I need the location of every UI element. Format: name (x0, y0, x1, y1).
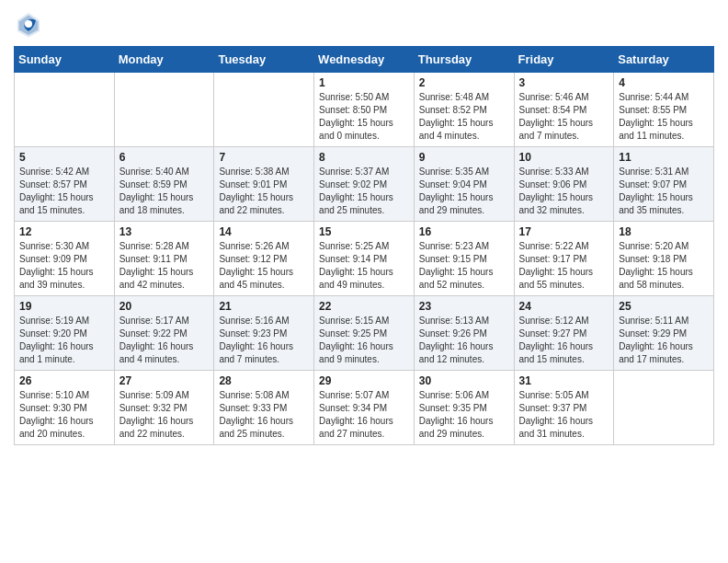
logo-icon (14, 9, 43, 39)
day-number: 18 (619, 225, 709, 238)
day-info: Sunrise: 5:10 AM Sunset: 9:30 PM Dayligh… (19, 389, 109, 441)
day-cell: 16Sunrise: 5:23 AM Sunset: 9:15 PM Dayli… (414, 222, 514, 296)
day-cell: 12Sunrise: 5:30 AM Sunset: 9:09 PM Dayli… (15, 222, 115, 296)
weekday-header-wednesday: Wednesday (314, 47, 415, 73)
day-info: Sunrise: 5:07 AM Sunset: 9:34 PM Dayligh… (319, 389, 409, 441)
day-number: 20 (119, 300, 210, 313)
day-cell: 24Sunrise: 5:12 AM Sunset: 9:27 PM Dayli… (514, 296, 614, 371)
day-number: 4 (619, 76, 709, 89)
day-number: 23 (419, 300, 509, 313)
day-cell (614, 371, 714, 445)
day-cell: 18Sunrise: 5:20 AM Sunset: 9:18 PM Dayli… (614, 222, 714, 296)
day-info: Sunrise: 5:30 AM Sunset: 9:09 PM Dayligh… (19, 240, 109, 292)
day-info: Sunrise: 5:17 AM Sunset: 9:22 PM Dayligh… (119, 315, 210, 366)
weekday-header-sunday: Sunday (15, 47, 115, 73)
day-info: Sunrise: 5:44 AM Sunset: 8:55 PM Dayligh… (619, 91, 709, 143)
day-info: Sunrise: 5:25 AM Sunset: 9:14 PM Dayligh… (319, 240, 409, 292)
weekday-header-thursday: Thursday (414, 47, 514, 73)
day-cell: 19Sunrise: 5:19 AM Sunset: 9:20 PM Dayli… (15, 296, 115, 371)
week-row-1: 1Sunrise: 5:50 AM Sunset: 8:50 PM Daylig… (15, 73, 714, 147)
day-number: 13 (119, 225, 210, 238)
day-cell: 6Sunrise: 5:40 AM Sunset: 8:59 PM Daylig… (114, 147, 214, 222)
week-row-2: 5Sunrise: 5:42 AM Sunset: 8:57 PM Daylig… (15, 147, 714, 222)
day-info: Sunrise: 5:15 AM Sunset: 9:25 PM Dayligh… (319, 315, 409, 366)
weekday-header-row: SundayMondayTuesdayWednesdayThursdayFrid… (15, 47, 714, 73)
day-cell: 29Sunrise: 5:07 AM Sunset: 9:34 PM Dayli… (314, 371, 415, 445)
day-info: Sunrise: 5:37 AM Sunset: 9:02 PM Dayligh… (319, 166, 409, 217)
day-cell: 7Sunrise: 5:38 AM Sunset: 9:01 PM Daylig… (214, 147, 314, 222)
day-info: Sunrise: 5:13 AM Sunset: 9:26 PM Dayligh… (419, 315, 509, 366)
day-cell: 2Sunrise: 5:48 AM Sunset: 8:52 PM Daylig… (414, 73, 514, 147)
day-cell: 23Sunrise: 5:13 AM Sunset: 9:26 PM Dayli… (414, 296, 514, 371)
day-cell (114, 73, 214, 147)
day-cell: 30Sunrise: 5:06 AM Sunset: 9:35 PM Dayli… (414, 371, 514, 445)
day-info: Sunrise: 5:08 AM Sunset: 9:33 PM Dayligh… (219, 389, 309, 441)
weekday-header-monday: Monday (114, 47, 214, 73)
day-number: 22 (319, 300, 409, 313)
day-info: Sunrise: 5:20 AM Sunset: 9:18 PM Dayligh… (619, 240, 709, 292)
day-info: Sunrise: 5:28 AM Sunset: 9:11 PM Dayligh… (119, 240, 210, 292)
header (14, 9, 714, 39)
day-cell: 27Sunrise: 5:09 AM Sunset: 9:32 PM Dayli… (114, 371, 214, 445)
day-number: 29 (319, 374, 409, 387)
day-number: 14 (219, 225, 309, 238)
day-info: Sunrise: 5:42 AM Sunset: 8:57 PM Dayligh… (19, 166, 109, 217)
day-info: Sunrise: 5:06 AM Sunset: 9:35 PM Dayligh… (419, 389, 509, 441)
day-cell: 21Sunrise: 5:16 AM Sunset: 9:23 PM Dayli… (214, 296, 314, 371)
day-number: 1 (319, 76, 409, 89)
day-info: Sunrise: 5:33 AM Sunset: 9:06 PM Dayligh… (519, 166, 609, 217)
week-row-5: 26Sunrise: 5:10 AM Sunset: 9:30 PM Dayli… (15, 371, 714, 445)
day-info: Sunrise: 5:05 AM Sunset: 9:37 PM Dayligh… (519, 389, 609, 441)
day-number: 6 (119, 151, 210, 164)
day-cell: 14Sunrise: 5:26 AM Sunset: 9:12 PM Dayli… (214, 222, 314, 296)
day-info: Sunrise: 5:38 AM Sunset: 9:01 PM Dayligh… (219, 166, 309, 217)
day-info: Sunrise: 5:23 AM Sunset: 9:15 PM Dayligh… (419, 240, 509, 292)
day-info: Sunrise: 5:26 AM Sunset: 9:12 PM Dayligh… (219, 240, 309, 292)
day-number: 26 (19, 374, 109, 387)
day-number: 3 (519, 76, 609, 89)
day-cell: 4Sunrise: 5:44 AM Sunset: 8:55 PM Daylig… (614, 73, 714, 147)
weekday-header-friday: Friday (514, 47, 614, 73)
day-cell: 11Sunrise: 5:31 AM Sunset: 9:07 PM Dayli… (614, 147, 714, 222)
calendar: SundayMondayTuesdayWednesdayThursdayFrid… (14, 46, 714, 445)
weekday-header-tuesday: Tuesday (214, 47, 314, 73)
day-cell: 13Sunrise: 5:28 AM Sunset: 9:11 PM Dayli… (114, 222, 214, 296)
week-row-4: 19Sunrise: 5:19 AM Sunset: 9:20 PM Dayli… (15, 296, 714, 371)
day-cell: 5Sunrise: 5:42 AM Sunset: 8:57 PM Daylig… (15, 147, 115, 222)
day-cell: 22Sunrise: 5:15 AM Sunset: 9:25 PM Dayli… (314, 296, 415, 371)
day-info: Sunrise: 5:48 AM Sunset: 8:52 PM Dayligh… (419, 91, 509, 143)
day-number: 31 (519, 374, 609, 387)
day-cell: 31Sunrise: 5:05 AM Sunset: 9:37 PM Dayli… (514, 371, 614, 445)
day-number: 2 (419, 76, 509, 89)
day-cell: 1Sunrise: 5:50 AM Sunset: 8:50 PM Daylig… (314, 73, 415, 147)
day-number: 30 (419, 374, 509, 387)
week-row-3: 12Sunrise: 5:30 AM Sunset: 9:09 PM Dayli… (15, 222, 714, 296)
day-cell: 15Sunrise: 5:25 AM Sunset: 9:14 PM Dayli… (314, 222, 415, 296)
day-number: 12 (19, 225, 109, 238)
day-number: 17 (519, 225, 609, 238)
day-number: 9 (419, 151, 509, 164)
day-cell: 25Sunrise: 5:11 AM Sunset: 9:29 PM Dayli… (614, 296, 714, 371)
logo (14, 9, 47, 39)
day-cell: 3Sunrise: 5:46 AM Sunset: 8:54 PM Daylig… (514, 73, 614, 147)
day-number: 19 (19, 300, 109, 313)
day-number: 10 (519, 151, 609, 164)
weekday-header-saturday: Saturday (614, 47, 714, 73)
day-number: 11 (619, 151, 709, 164)
day-info: Sunrise: 5:11 AM Sunset: 9:29 PM Dayligh… (619, 315, 709, 366)
day-number: 15 (319, 225, 409, 238)
day-cell: 10Sunrise: 5:33 AM Sunset: 9:06 PM Dayli… (514, 147, 614, 222)
day-number: 5 (19, 151, 109, 164)
day-info: Sunrise: 5:12 AM Sunset: 9:27 PM Dayligh… (519, 315, 609, 366)
day-number: 16 (419, 225, 509, 238)
day-info: Sunrise: 5:31 AM Sunset: 9:07 PM Dayligh… (619, 166, 709, 217)
day-cell: 26Sunrise: 5:10 AM Sunset: 9:30 PM Dayli… (15, 371, 115, 445)
day-number: 7 (219, 151, 309, 164)
day-cell: 20Sunrise: 5:17 AM Sunset: 9:22 PM Dayli… (114, 296, 214, 371)
page-container: SundayMondayTuesdayWednesdayThursdayFrid… (0, 0, 728, 454)
day-info: Sunrise: 5:46 AM Sunset: 8:54 PM Dayligh… (519, 91, 609, 143)
day-number: 28 (219, 374, 309, 387)
day-info: Sunrise: 5:16 AM Sunset: 9:23 PM Dayligh… (219, 315, 309, 366)
day-cell: 17Sunrise: 5:22 AM Sunset: 9:17 PM Dayli… (514, 222, 614, 296)
day-info: Sunrise: 5:09 AM Sunset: 9:32 PM Dayligh… (119, 389, 210, 441)
